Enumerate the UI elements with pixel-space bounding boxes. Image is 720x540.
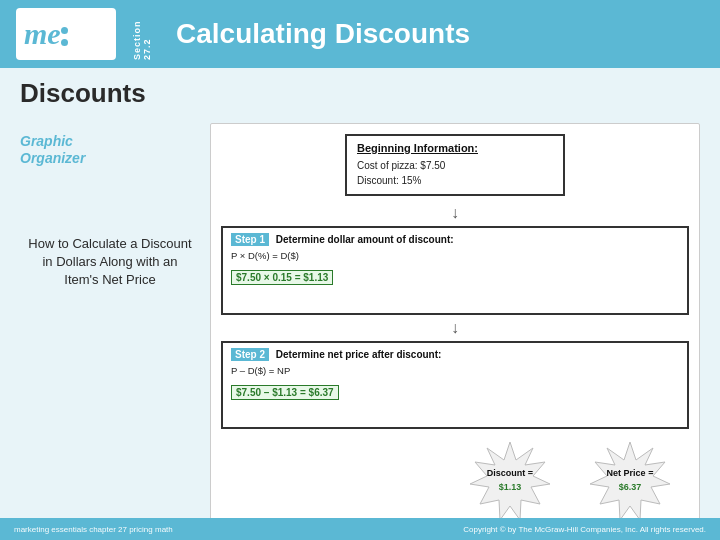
beginning-info-line-1: Cost of pizza: $7.50 [357, 158, 553, 173]
arrow-down-2: ↓ [221, 320, 689, 336]
discount-value: $1.13 [499, 482, 522, 492]
logo-area: me [16, 8, 116, 60]
page-title-section: Discounts [0, 68, 720, 115]
page-title: Discounts [20, 78, 700, 109]
discount-starburst: Discount = $1.13 [455, 440, 565, 520]
section-label: Section 27.2 [132, 8, 152, 60]
step2-description: Determine net price after discount: [276, 349, 442, 360]
footer: marketing essentials chapter 27 pricing … [0, 518, 720, 540]
step2-header: Step 2 Determine net price after discoun… [231, 349, 679, 360]
step1-result: $7.50 × 0.15 = $1.13 [231, 270, 333, 285]
step2-box: Step 2 Determine net price after discoun… [221, 341, 689, 430]
step1-box: Step 1 Determine dollar amount of discou… [221, 226, 689, 315]
section-label-wrapper: Section 27.2 [132, 8, 152, 60]
how-to-description: How to Calculate a Discount in Dollars A… [20, 235, 200, 290]
logo-dot-2 [61, 39, 68, 46]
logo-me: me [24, 19, 61, 49]
arrow-down-1: ↓ [221, 205, 689, 221]
diagram-wrapper: Beginning Information: Cost of pizza: $7… [221, 134, 689, 520]
netprice-badge-text: Net Price = $6.37 [607, 466, 654, 495]
step2-formula: P – D($) = NP [231, 364, 679, 378]
beginning-info-title: Beginning Information: [357, 142, 553, 154]
netprice-starburst: Net Price = $6.37 [575, 440, 685, 520]
header-title: Calculating Discounts [176, 18, 470, 50]
netprice-label: Net Price = [607, 468, 654, 478]
step1-badge: Step 1 [231, 233, 269, 246]
left-panel: GraphicOrganizer How to Calculate a Disc… [20, 123, 200, 531]
footer-right: Copyright © by The McGraw-Hill Companies… [463, 525, 706, 534]
logo-dot-1 [61, 27, 68, 34]
step2-badge: Step 2 [231, 348, 269, 361]
beginning-info-line-2: Discount: 15% [357, 173, 553, 188]
badge-area: Discount = $1.13 Net Price = $6.37 [221, 440, 689, 520]
footer-left: marketing essentials chapter 27 pricing … [14, 525, 173, 534]
graphic-organizer-label: GraphicOrganizer [20, 133, 85, 167]
beginning-info-wrapper: Beginning Information: Cost of pizza: $7… [221, 134, 689, 200]
header: me Section 27.2 Calculating Discounts [0, 0, 720, 68]
step1-description: Determine dollar amount of discount: [276, 234, 454, 245]
netprice-value: $6.37 [619, 482, 642, 492]
logo-dots [61, 27, 68, 46]
step2-result: $7.50 – $1.13 = $6.37 [231, 385, 339, 400]
step1-header: Step 1 Determine dollar amount of discou… [231, 234, 679, 245]
step1-formula: P × D(%) = D($) [231, 249, 679, 263]
beginning-info-box: Beginning Information: Cost of pizza: $7… [345, 134, 565, 196]
discount-label: Discount = [487, 468, 533, 478]
diagram-panel: Beginning Information: Cost of pizza: $7… [210, 123, 700, 531]
discount-badge-text: Discount = $1.13 [487, 466, 533, 495]
main-content: GraphicOrganizer How to Calculate a Disc… [0, 115, 720, 535]
